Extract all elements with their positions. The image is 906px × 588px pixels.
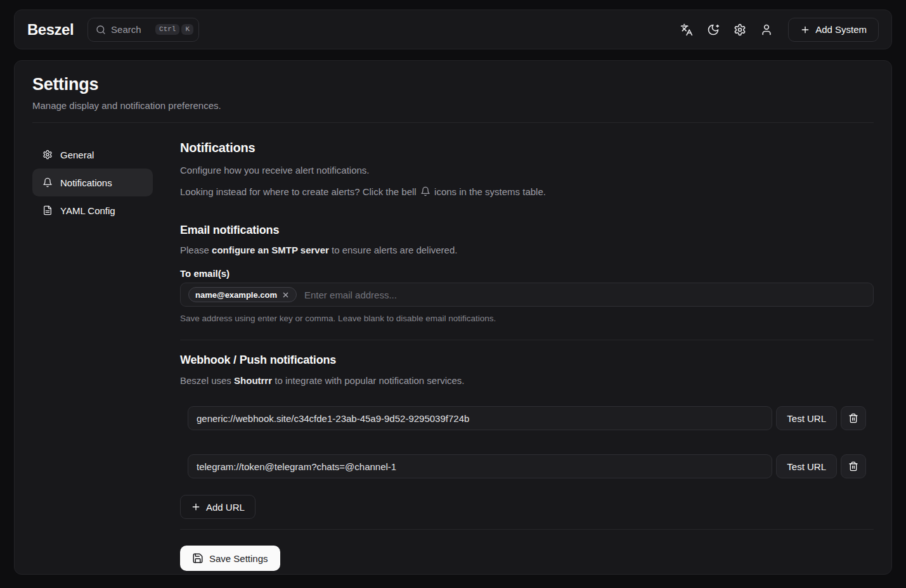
sidebar-item-yaml-config[interactable]: YAML Config: [32, 196, 153, 224]
section-divider: [180, 340, 874, 340]
gear-icon: [734, 23, 746, 36]
webhook-desc-suffix: to integrate with popular notification s…: [272, 375, 465, 386]
webhook-url-input[interactable]: [188, 406, 772, 430]
email-chip-value: name@example.com: [195, 290, 277, 300]
bell-icon: [42, 177, 53, 188]
smtp-server-link[interactable]: configure an SMTP server: [212, 245, 329, 255]
webhook-url-input[interactable]: [188, 454, 772, 478]
smtp-suffix: to ensure alerts are delivered.: [329, 245, 458, 255]
languages-icon: [680, 23, 693, 36]
section-title-notifications: Notifications: [180, 141, 874, 155]
webhook-url-row: Test URL: [188, 454, 866, 478]
email-address-input[interactable]: [304, 290, 865, 300]
smtp-prefix: Please: [180, 245, 212, 255]
hint-prefix: Looking instead for where to create aler…: [180, 186, 419, 197]
to-emails-label: To email(s): [180, 268, 874, 279]
section-title-email: Email notifications: [180, 224, 874, 237]
top-navbar: Beszel Search Ctrl K Add System: [14, 10, 892, 49]
section-title-webhook: Webhook / Push notifications: [180, 354, 874, 367]
sidebar-item-label: General: [60, 150, 94, 160]
hint-suffix: icons in the systems table.: [432, 186, 546, 197]
sidebar-item-label: Notifications: [60, 177, 112, 188]
language-button[interactable]: [675, 18, 698, 41]
test-url-label: Test URL: [787, 461, 826, 472]
shoutrrr-link[interactable]: Shoutrrr: [234, 375, 272, 386]
webhook-description: Beszel uses Shoutrrr to integrate with p…: [180, 374, 874, 387]
gear-icon: [42, 150, 53, 160]
theme-toggle-button[interactable]: [702, 18, 725, 41]
user-icon: [760, 23, 773, 36]
save-settings-label: Save Settings: [209, 553, 268, 564]
user-menu-button[interactable]: [755, 18, 778, 41]
email-help-text: Save address using enter key or comma. L…: [180, 314, 874, 323]
test-url-button[interactable]: Test URL: [776, 406, 837, 430]
notifications-panel: Notifications Configure how you receive …: [180, 141, 874, 571]
webhook-url-row: Test URL: [188, 406, 866, 430]
save-icon: [192, 553, 204, 564]
settings-sidebar: General Notifications YAML Config: [32, 141, 153, 571]
page-subtitle: Manage display and notification preferen…: [32, 100, 874, 111]
delete-url-button[interactable]: [841, 406, 866, 430]
notifications-hint: Looking instead for where to create aler…: [180, 185, 874, 198]
file-text-icon: [42, 205, 53, 215]
kbd-k: K: [181, 24, 193, 35]
settings-content: General Notifications YAML Config Notifi…: [32, 141, 874, 571]
page-title: Settings: [32, 75, 874, 94]
email-tags-input[interactable]: name@example.com: [180, 283, 874, 307]
search-icon: [96, 25, 106, 35]
bell-icon: [420, 186, 430, 196]
test-url-label: Test URL: [787, 413, 826, 424]
settings-card: Settings Manage display and notification…: [14, 60, 892, 575]
moon-star-icon: [707, 23, 720, 36]
sidebar-item-general[interactable]: General: [32, 141, 153, 169]
smtp-note: Please configure an SMTP server to ensur…: [180, 243, 874, 257]
add-system-label: Add System: [815, 24, 867, 35]
add-system-button[interactable]: Add System: [788, 18, 879, 42]
search-input[interactable]: Search Ctrl K: [87, 18, 199, 42]
remove-email-icon[interactable]: [282, 291, 290, 299]
sidebar-item-notifications[interactable]: Notifications: [32, 169, 153, 196]
add-url-label: Add URL: [206, 502, 245, 513]
delete-url-button[interactable]: [841, 454, 866, 478]
plus-icon: [191, 502, 201, 512]
footer-divider: [180, 529, 874, 530]
test-url-button[interactable]: Test URL: [776, 454, 837, 478]
plus-icon: [800, 25, 810, 35]
save-settings-button[interactable]: Save Settings: [180, 546, 280, 571]
search-placeholder: Search: [111, 24, 155, 35]
email-chip: name@example.com: [188, 287, 297, 302]
trash-icon: [848, 413, 858, 423]
header-divider: [32, 122, 874, 123]
sidebar-item-label: YAML Config: [60, 205, 115, 216]
app-logo: Beszel: [27, 21, 74, 39]
kbd-ctrl: Ctrl: [155, 24, 179, 35]
webhook-desc-prefix: Beszel uses: [180, 375, 234, 386]
settings-button[interactable]: [728, 18, 751, 41]
trash-icon: [848, 461, 858, 471]
add-url-button[interactable]: Add URL: [180, 495, 256, 519]
notifications-description: Configure how you receive alert notifica…: [180, 163, 874, 177]
